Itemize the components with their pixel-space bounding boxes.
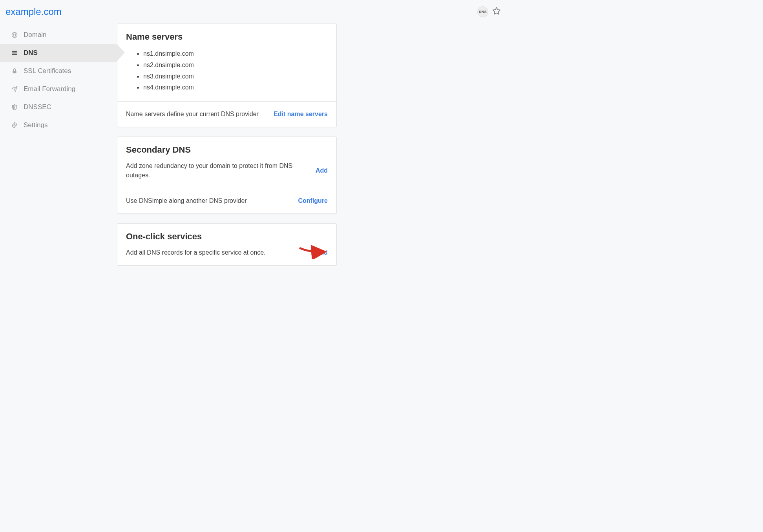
card-footer-text: Use DNSimple along another DNS provider [126,196,247,206]
card-footer: Name servers define your current DNS pro… [117,101,336,127]
edit-name-servers-link[interactable]: Edit name servers [274,111,328,118]
card-footer-text: Name servers define your current DNS pro… [126,109,259,119]
sidebar-item-dnssec[interactable]: DNSSEC [0,98,117,116]
domain-title[interactable]: example.com [5,6,62,17]
card-body-row: Add all DNS records for a specific servi… [126,248,328,257]
card-body: One-click services Add all DNS records f… [117,224,336,265]
gear-icon [11,122,18,128]
sidebar-item-label: DNS [24,49,38,57]
card-body: Name servers ns1.dnsimple.com ns2.dnsimp… [117,24,336,101]
sidebar-item-label: Settings [24,121,47,129]
svg-rect-3 [12,53,17,54]
dns-badge[interactable]: DNS [477,6,488,17]
shield-icon [11,104,18,110]
sidebar-item-settings[interactable]: Settings [0,116,117,134]
card-body: Secondary DNS Add zone redundancy to you… [117,137,336,188]
svg-rect-5 [13,71,16,73]
name-server-item: ns2.dnsimple.com [143,60,328,71]
card-name-servers: Name servers ns1.dnsimple.com ns2.dnsimp… [117,24,337,127]
paper-plane-icon [11,86,18,92]
card-title: One-click services [126,231,328,242]
svg-rect-4 [12,54,17,55]
svg-point-6 [14,124,15,126]
card-title: Secondary DNS [126,145,328,155]
card-title: Name servers [126,32,328,42]
card-secondary-dns: Secondary DNS Add zone redundancy to you… [117,137,337,214]
lock-icon [11,68,18,74]
card-footer: Use DNSimple along another DNS provider … [117,188,336,213]
name-server-item: ns4.dnsimple.com [143,82,328,93]
secondary-dns-configure-link[interactable]: Configure [298,197,328,204]
page-header: example.com DNS [0,0,509,24]
dns-icon [11,50,18,56]
card-body-row: Add zone redundancy to your domain to pr… [126,161,328,180]
sidebar-item-email-forwarding[interactable]: Email Forwarding [0,80,117,98]
sidebar-item-label: SSL Certificates [24,67,71,75]
header-actions: DNS [477,6,501,17]
main-container: Domain DNS SSL Certificates Email Forwar… [0,24,509,275]
sidebar: Domain DNS SSL Certificates Email Forwar… [0,24,117,275]
sidebar-item-dns[interactable]: DNS [0,44,117,62]
name-server-item: ns3.dnsimple.com [143,71,328,82]
star-icon[interactable] [492,7,501,17]
secondary-dns-add-link[interactable]: Add [316,167,328,174]
sidebar-item-ssl[interactable]: SSL Certificates [0,62,117,80]
globe-icon [11,32,18,38]
one-click-add-link[interactable]: Add [316,249,328,256]
name-server-item: ns1.dnsimple.com [143,48,328,60]
card-one-click-services: One-click services Add all DNS records f… [117,223,337,266]
sidebar-item-domain[interactable]: Domain [0,26,117,44]
main-content: Name servers ns1.dnsimple.com ns2.dnsimp… [117,24,338,275]
sidebar-item-label: DNSSEC [24,103,51,111]
svg-rect-2 [12,51,17,52]
svg-marker-0 [493,7,500,14]
sidebar-item-label: Domain [24,31,47,39]
card-body-text: Add zone redundancy to your domain to pr… [126,161,308,180]
name-server-list: ns1.dnsimple.com ns2.dnsimple.com ns3.dn… [126,48,328,93]
sidebar-item-label: Email Forwarding [24,85,75,93]
card-body-text: Add all DNS records for a specific servi… [126,248,266,257]
